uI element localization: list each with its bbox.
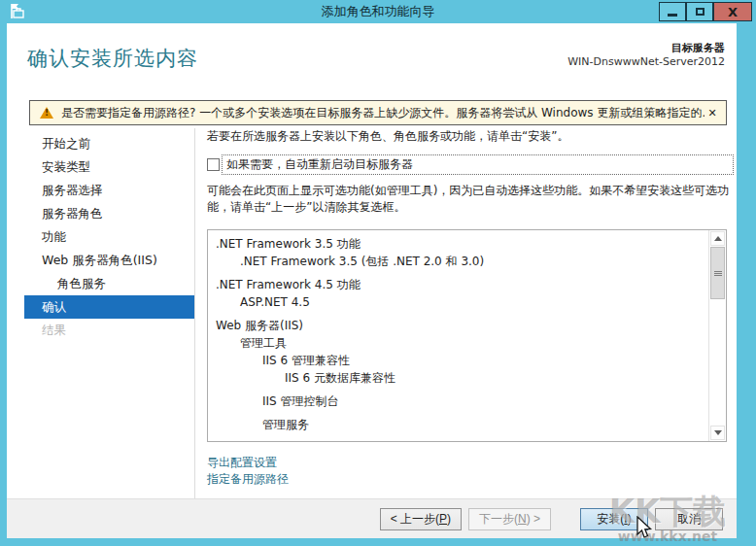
list-item: .NET Framework 3.5 功能 <box>208 235 708 253</box>
scrollbar-up-icon[interactable] <box>710 231 725 246</box>
target-server-block: 目标服务器 WIN-DnswwwNet-Server2012 <box>567 41 725 68</box>
list-scrollbar[interactable] <box>708 230 726 441</box>
scrollbar-thumb[interactable] <box>710 247 725 299</box>
optional-features-note: 可能会在此页面上显示可选功能(如管理工具)，因为已自动选择这些功能。如果不希望安… <box>207 183 734 216</box>
add-roles-features-wizard: { "window": { "title": "添加角色和功能向导" }, "h… <box>0 0 756 546</box>
wizard-buttons: < 上一步(P) 下一步(N) > 安装(I) 取消 <box>380 508 723 530</box>
wizard-footer: < 上一步(P) 下一步(N) > 安装(I) 取消 <box>7 498 737 538</box>
warning-banner-close-icon[interactable]: ✕ <box>704 105 720 120</box>
scrollbar-down-icon[interactable] <box>710 426 725 440</box>
sidebar-item-results: 结果 <box>7 319 194 342</box>
restart-checkbox[interactable] <box>207 158 220 171</box>
maximize-button[interactable] <box>686 2 713 21</box>
window-title: 添加角色和功能向导 <box>0 3 756 20</box>
target-server-name: WIN-DnswwwNet-Server2012 <box>567 55 725 68</box>
title-bar: 添加角色和功能向导 X <box>0 0 756 23</box>
restart-checkbox-label[interactable]: 如果需要，自动重新启动目标服务器 <box>222 154 734 175</box>
selected-features-list[interactable]: .NET Framework 3.5 功能 .NET Framework 3.5… <box>207 229 727 442</box>
close-button[interactable]: X <box>713 2 752 21</box>
install-button[interactable]: 安装(I) <box>580 508 648 530</box>
selected-features-list-items: .NET Framework 3.5 功能 .NET Framework 3.5… <box>208 230 708 441</box>
instruction-text: 若要在所选服务器上安装以下角色、角色服务或功能，请单击“安装”。 <box>207 128 734 144</box>
list-item: 管理工具 <box>208 334 708 352</box>
sidebar-item-install-type[interactable]: 安装类型 <box>7 155 194 179</box>
list-item: IIS 管理控制台 <box>208 392 708 410</box>
list-item: .NET Framework 3.5 (包括 .NET 2.0 和 3.0) <box>208 253 708 270</box>
minimize-icon <box>668 14 677 17</box>
minimize-button[interactable] <box>659 2 686 21</box>
list-item: Web 服务器(IIS) <box>208 317 708 334</box>
restart-checkbox-row[interactable]: 如果需要，自动重新启动目标服务器 <box>207 154 734 175</box>
list-item: .NET Framework 4.5 功能 <box>208 276 708 293</box>
list-item: 管理服务 <box>208 416 708 433</box>
list-item: IIS 6 元数据库兼容性 <box>208 369 708 387</box>
sidebar-item-server-selection[interactable]: 服务器选择 <box>7 179 194 202</box>
sidebar-item-before-begin[interactable]: 开始之前 <box>7 132 194 155</box>
next-button: 下一步(N) > <box>468 508 551 530</box>
confirmation-content: 若要在所选服务器上安装以下角色、角色服务或功能，请单击“安装”。 如果需要，自动… <box>207 128 734 488</box>
list-item: IIS 管理脚本和工具 <box>208 439 708 442</box>
sidebar-item-web-server-role[interactable]: Web 服务器角色(IIS) <box>7 249 194 272</box>
window-controls: X <box>659 2 752 21</box>
target-server-label: 目标服务器 <box>567 41 725 55</box>
maximize-icon <box>696 8 704 16</box>
list-item: ASP.NET 4.5 <box>208 293 708 311</box>
specify-source-path-link[interactable]: 指定备用源路径 <box>207 471 734 488</box>
sidebar-divider <box>194 128 195 498</box>
warning-banner: 是否需要指定备用源路径? 一个或多个安装选项在目标服务器上缺少源文件。服务器将尝… <box>29 100 727 125</box>
wizard-panel: 确认安装所选内容 目标服务器 WIN-DnswwwNet-Server2012 … <box>7 23 737 538</box>
cancel-button[interactable]: 取消 <box>655 508 723 530</box>
warning-icon <box>40 107 53 119</box>
footer-links: 导出配置设置 指定备用源路径 <box>207 455 734 488</box>
close-icon: X <box>728 5 738 19</box>
warning-banner-text: 是否需要指定备用源路径? 一个或多个安装选项在目标服务器上缺少源文件。服务器将尝… <box>61 105 704 121</box>
list-item: IIS 6 管理兼容性 <box>208 352 708 369</box>
previous-button[interactable]: < 上一步(P) <box>380 508 462 530</box>
sidebar-item-features[interactable]: 功能 <box>7 225 194 249</box>
export-config-link[interactable]: 导出配置设置 <box>207 455 734 471</box>
sidebar-item-server-roles[interactable]: 服务器角色 <box>7 202 194 225</box>
wizard-steps-sidebar: 开始之前 安装类型 服务器选择 服务器角色 功能 Web 服务器角色(IIS) … <box>7 132 194 342</box>
sidebar-item-confirmation[interactable]: 确认 <box>24 295 194 319</box>
sidebar-item-role-services[interactable]: 角色服务 <box>7 272 194 295</box>
page-title: 确认安装所选内容 <box>27 45 198 72</box>
